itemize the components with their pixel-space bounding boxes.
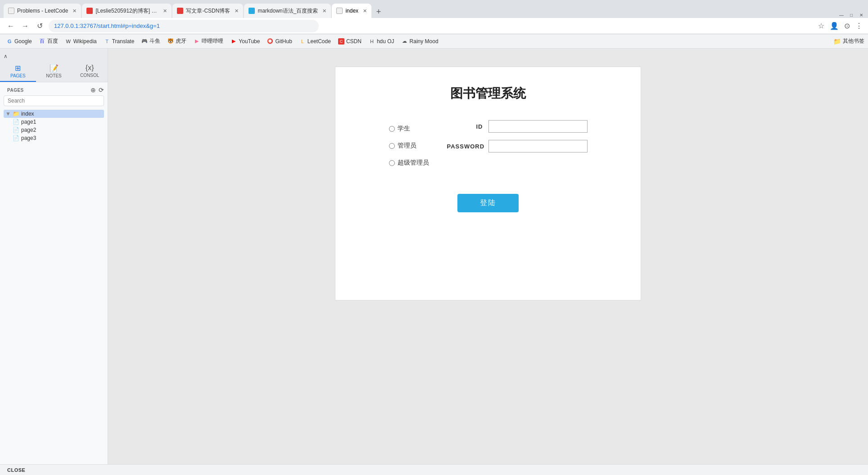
id-input[interactable]: [488, 120, 588, 133]
bookmark-huya-label: 虎牙: [176, 37, 186, 45]
bilibili-icon: ▶: [194, 38, 200, 45]
bookmark-wikipedia-label: Wikipedia: [73, 38, 97, 45]
folder-icon-index: 📁: [13, 111, 19, 117]
bookmark-csdn-label: CSDN: [346, 38, 362, 45]
bookmark-csdn[interactable]: C CSDN: [335, 37, 364, 45]
file-item-page3[interactable]: 📄 page3: [11, 134, 104, 142]
tab-index[interactable]: index ✕: [332, 4, 371, 18]
tab-leslie[interactable]: [Leslie5205912的博客] ## -... ✕: [82, 4, 172, 18]
login-title: 图书管理系统: [450, 85, 526, 102]
file-item-page1[interactable]: 📄 page1: [11, 118, 104, 126]
reload-button[interactable]: ↺: [34, 22, 45, 30]
tab-label-leslie: [Leslie5205912的博客] ## -...: [95, 7, 158, 15]
menu-icon[interactable]: ⋮: [855, 22, 863, 30]
file-children: 📄 page1 📄 page2 📄 page3: [11, 118, 104, 142]
add-page-button[interactable]: ⊕: [90, 86, 96, 94]
radio-student[interactable]: [389, 126, 395, 132]
close-button-status[interactable]: CLOSE: [4, 466, 29, 475]
bookmark-hduoj[interactable]: H hdu OJ: [366, 37, 397, 45]
sidebar-nav-pages-label: PAGES: [10, 73, 26, 78]
tab-close-markdown[interactable]: ✕: [322, 8, 326, 14]
bookmark-github[interactable]: ⭕ GitHub: [264, 37, 294, 45]
address-bar: ← → ↺ 127.0.0.1:32767/start.html#p=index…: [0, 18, 868, 34]
radio-admin[interactable]: [389, 143, 395, 149]
rainymood-icon: ☁: [402, 38, 408, 45]
bookmarks-right: 📁 其他书签: [833, 37, 864, 45]
password-input[interactable]: [488, 140, 588, 152]
role-section: 学生 管理员 超级管理员: [389, 120, 429, 167]
file-tree: ▼ 📁 index 📄 page1 📄 page2: [4, 110, 104, 142]
sidebar-nav-pages[interactable]: ⊞ PAGES: [0, 61, 36, 82]
bookmark-wikipedia[interactable]: W Wikipedia: [63, 37, 99, 45]
csdn-icon: C: [338, 38, 344, 45]
bookmark-huya[interactable]: 🐯 虎牙: [165, 36, 189, 46]
bookmark-hduoj-label: hdu OJ: [377, 38, 394, 45]
role-option-student[interactable]: 学生: [389, 125, 429, 133]
bookmark-douyu[interactable]: 🎮 斗鱼: [139, 36, 163, 46]
file-label-page3: page3: [21, 135, 36, 141]
profile-icon[interactable]: 👤: [830, 22, 839, 30]
new-tab-button[interactable]: +: [372, 5, 385, 18]
settings-page-button[interactable]: ⟳: [99, 86, 104, 94]
status-bar: CLOSE: [0, 464, 868, 475]
file-label-page1: page1: [21, 119, 36, 125]
bookmark-bilibili[interactable]: ▶ 哔哩哔哩: [191, 36, 226, 46]
bookmark-rainymood[interactable]: ☁ Rainy Mood: [399, 37, 441, 45]
role-label-admin: 管理员: [398, 142, 416, 150]
youtube-icon: ▶: [231, 38, 237, 45]
role-option-superadmin[interactable]: 超级管理员: [389, 159, 429, 167]
minimize-button[interactable]: —: [838, 12, 845, 18]
bookmark-github-label: GitHub: [275, 38, 292, 45]
sidebar-nav-console-label: CONSOL: [80, 73, 99, 78]
tab-close-leslie[interactable]: ✕: [163, 8, 167, 14]
tab-label-index: index: [345, 8, 358, 14]
sidebar-body: PAGES ⊕ ⟳ ▼ 📁 index 📄: [0, 82, 108, 464]
bookmark-rainymood-label: Rainy Mood: [410, 38, 439, 45]
bookmark-star-icon[interactable]: ☆: [818, 22, 824, 30]
login-body: 学生 管理员 超级管理员 ID: [353, 120, 623, 167]
browser-window: Problems - LeetCode ✕ [Leslie5205912的博客]…: [0, 0, 868, 475]
folder-expand-icon: ▼: [5, 111, 11, 117]
bookmark-leetcode[interactable]: L LeetCode: [297, 37, 334, 45]
tab-label-problems: Problems - LeetCode: [17, 8, 68, 14]
id-field-row: ID: [447, 120, 588, 133]
sidebar-collapse-button[interactable]: ∧: [0, 51, 108, 61]
close-button[interactable]: ✕: [858, 12, 864, 18]
sidebar-nav-notes[interactable]: 📝 NOTES: [36, 61, 72, 82]
tab-close-csdn[interactable]: ✕: [235, 8, 239, 14]
bookmark-google[interactable]: G Google: [4, 37, 35, 45]
tab-close-index[interactable]: ✕: [363, 8, 367, 14]
bookmarks-bar: G Google 百 百度 W Wikipedia T Translate 🎮 …: [0, 34, 868, 49]
back-button[interactable]: ←: [5, 22, 16, 30]
bookmark-youtube[interactable]: ▶ YouTube: [228, 37, 262, 45]
bookmark-leetcode-label: LeetCode: [307, 38, 331, 45]
douyu-icon: 🎮: [141, 38, 148, 45]
forward-button[interactable]: →: [20, 22, 31, 30]
tab-csdn[interactable]: 写文章-CSDN博客 ✕: [172, 4, 243, 18]
sidebar-nav-console[interactable]: {x} CONSOL: [72, 61, 108, 82]
file-item-index[interactable]: ▼ 📁 index: [4, 110, 104, 118]
file-label-page2: page2: [21, 127, 36, 133]
bookmark-google-label: Google: [14, 38, 32, 45]
url-text: 127.0.0.1:32767/start.html#p=index&g=1: [54, 22, 160, 29]
file-icon-page3: 📄: [13, 135, 19, 141]
bookmark-douyu-label: 斗鱼: [149, 37, 160, 45]
bookmark-baidu[interactable]: 百 百度: [36, 36, 61, 46]
section-label: PAGES: [4, 86, 27, 94]
radio-superadmin[interactable]: [389, 160, 395, 166]
password-field-row: PASSWORD: [447, 140, 588, 152]
sidebar-search-input[interactable]: [4, 95, 104, 106]
maximize-button[interactable]: □: [848, 12, 854, 18]
tab-problems[interactable]: Problems - LeetCode ✕: [4, 4, 81, 18]
login-button[interactable]: 登陆: [457, 194, 519, 212]
url-bar[interactable]: 127.0.0.1:32767/start.html#p=index&g=1: [49, 20, 319, 32]
tab-label-markdown: markdown语法_百度搜索: [258, 7, 318, 15]
file-item-page2[interactable]: 📄 page2: [11, 126, 104, 134]
tab-close-problems[interactable]: ✕: [72, 8, 77, 14]
tab-markdown[interactable]: markdown语法_百度搜索 ✕: [244, 4, 331, 18]
account-icon[interactable]: ⊙: [844, 22, 850, 30]
bookmark-translate[interactable]: T Translate: [101, 37, 137, 45]
role-option-admin[interactable]: 管理员: [389, 142, 429, 150]
role-label-student: 学生: [398, 125, 410, 133]
sidebar-nav-notes-label: NOTES: [46, 73, 61, 78]
